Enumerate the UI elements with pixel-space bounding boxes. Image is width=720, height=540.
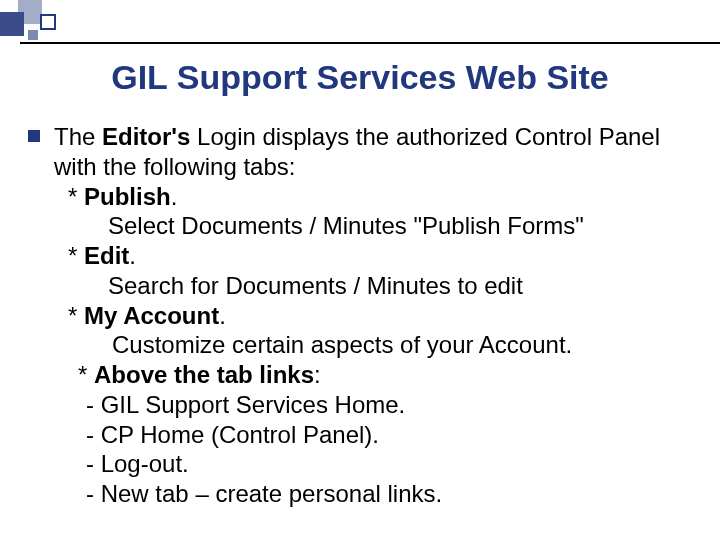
- bullet-content: The Editor's Login displays the authoriz…: [54, 122, 696, 509]
- tab-name: Publish: [84, 183, 171, 210]
- square-bullet-icon: [28, 130, 40, 142]
- link-item: - CP Home (Control Panel).: [54, 420, 696, 450]
- tab-heading: * Publish.: [54, 182, 696, 212]
- slide-body: The Editor's Login displays the authoriz…: [28, 122, 696, 509]
- tab-desc: Customize certain aspects of your Accoun…: [54, 330, 696, 360]
- slide-title: GIL Support Services Web Site: [0, 58, 720, 97]
- intro-before: The: [54, 123, 102, 150]
- tab-desc: Select Documents / Minutes "Publish Form…: [54, 211, 696, 241]
- tab-name: My Account: [84, 302, 219, 329]
- link-item: - New tab – create personal links.: [54, 479, 696, 509]
- above-label: Above the tab links: [94, 361, 314, 388]
- link-text: CP Home (Control Panel).: [101, 421, 379, 448]
- horizontal-rule: [20, 42, 720, 44]
- above-tabs-heading: * Above the tab links:: [54, 360, 696, 390]
- tab-name: Edit: [84, 242, 129, 269]
- link-item: - Log-out.: [54, 449, 696, 479]
- intro-line: The Editor's Login displays the authoriz…: [54, 122, 696, 182]
- link-text: New tab – create personal links.: [101, 480, 443, 507]
- link-item: - GIL Support Services Home.: [54, 390, 696, 420]
- link-text: GIL Support Services Home.: [101, 391, 406, 418]
- tab-desc: Search for Documents / Minutes to edit: [54, 271, 696, 301]
- link-text: Log-out.: [101, 450, 189, 477]
- intro-bold: Editor's: [102, 123, 190, 150]
- tab-heading: * Edit.: [54, 241, 696, 271]
- bullet-item: The Editor's Login displays the authoriz…: [28, 122, 696, 509]
- tab-heading: * My Account.: [54, 301, 696, 331]
